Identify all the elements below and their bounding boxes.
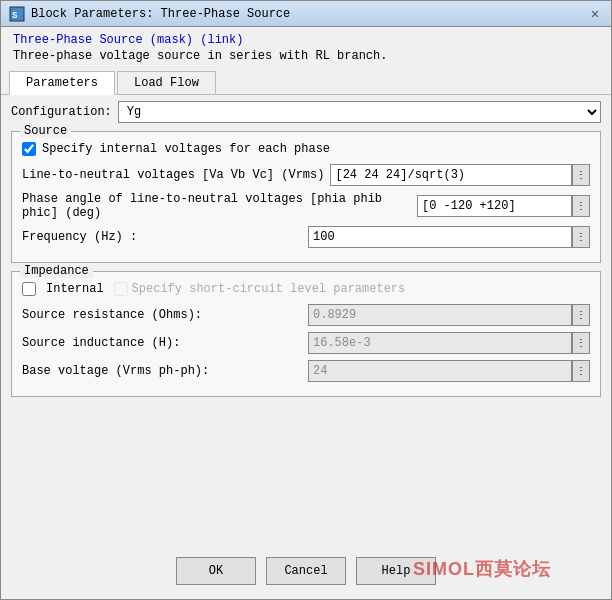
dots-btn-phase[interactable]: ⋮: [572, 195, 590, 217]
field-label-inductance: Source inductance (H):: [22, 336, 302, 350]
short-circuit-text: Specify short-circuit level parameters: [132, 282, 406, 296]
short-circuit-checkbox: [114, 282, 128, 296]
specify-voltages-row: Specify internal voltages for each phase: [22, 142, 590, 156]
field-input-wrap-voltages: [24 24 24]/sqrt(3) ⋮: [330, 164, 590, 186]
cancel-button[interactable]: Cancel: [266, 557, 346, 585]
dots-btn-frequency[interactable]: ⋮: [572, 226, 590, 248]
field-label-resistance: Source resistance (Ohms):: [22, 308, 302, 322]
field-input-frequency[interactable]: 100: [308, 226, 572, 248]
field-row-base-voltage: Base voltage (Vrms ph-ph): 24 ⋮: [22, 360, 590, 382]
internal-label: Internal: [46, 282, 104, 296]
field-input-wrap-resistance: 0.8929 ⋮: [308, 304, 590, 326]
window-title: Block Parameters: Three-Phase Source: [31, 7, 290, 21]
impedance-header-row: Internal Specify short-circuit level par…: [22, 282, 590, 296]
field-input-voltages[interactable]: [24 24 24]/sqrt(3): [330, 164, 572, 186]
source-link[interactable]: Three-Phase Source (mask) (link): [13, 33, 243, 47]
field-input-wrap-frequency: 100 ⋮: [308, 226, 590, 248]
main-window: S Block Parameters: Three-Phase Source ✕…: [0, 0, 612, 600]
dots-btn-voltages[interactable]: ⋮: [572, 164, 590, 186]
content-area: Configuration: Yg Y Delta Source Specify…: [1, 95, 611, 547]
header-section: Three-Phase Source (mask) (link) Three-p…: [1, 27, 611, 67]
block-icon: S: [9, 6, 25, 22]
tab-load-flow[interactable]: Load Flow: [117, 71, 216, 94]
field-row-frequency: Frequency (Hz) : 100 ⋮: [22, 226, 590, 248]
short-circuit-label-wrap: Specify short-circuit level parameters: [114, 282, 406, 296]
field-row-inductance: Source inductance (H): 16.58e-3 ⋮: [22, 332, 590, 354]
configuration-row: Configuration: Yg Y Delta: [11, 101, 601, 123]
source-group: Source Specify internal voltages for eac…: [11, 131, 601, 263]
help-button[interactable]: Help: [356, 557, 436, 585]
internal-checkbox[interactable]: [22, 282, 36, 296]
specify-voltages-checkbox[interactable]: [22, 142, 36, 156]
field-input-wrap-phase: [0 -120 +120] ⋮: [417, 195, 590, 217]
field-label-base-voltage: Base voltage (Vrms ph-ph):: [22, 364, 302, 378]
field-row-voltages: Line-to-neutral voltages [Va Vb Vc] (Vrm…: [22, 164, 590, 186]
ok-button[interactable]: OK: [176, 557, 256, 585]
field-input-resistance: 0.8929: [308, 304, 572, 326]
title-bar: S Block Parameters: Three-Phase Source ✕: [1, 1, 611, 27]
field-input-wrap-inductance: 16.58e-3 ⋮: [308, 332, 590, 354]
dots-btn-resistance[interactable]: ⋮: [572, 304, 590, 326]
field-label-voltages: Line-to-neutral voltages [Va Vb Vc] (Vrm…: [22, 168, 324, 182]
svg-text:S: S: [12, 11, 18, 21]
header-link[interactable]: Three-Phase Source (mask) (link): [13, 33, 599, 47]
window-body: Three-Phase Source (mask) (link) Three-p…: [1, 27, 611, 599]
footer: OK Cancel Help: [1, 547, 611, 599]
close-button[interactable]: ✕: [587, 6, 603, 22]
field-label-phase: Phase angle of line-to-neutral voltages …: [22, 192, 411, 220]
tab-parameters[interactable]: Parameters: [9, 71, 115, 95]
title-bar-left: S Block Parameters: Three-Phase Source: [9, 6, 290, 22]
configuration-select[interactable]: Yg Y Delta: [118, 101, 601, 123]
field-input-phase[interactable]: [0 -120 +120]: [417, 195, 572, 217]
configuration-label: Configuration:: [11, 105, 112, 119]
field-row-resistance: Source resistance (Ohms): 0.8929 ⋮: [22, 304, 590, 326]
field-label-frequency: Frequency (Hz) :: [22, 230, 302, 244]
dots-btn-base-voltage[interactable]: ⋮: [572, 360, 590, 382]
source-group-title: Source: [20, 124, 71, 138]
field-input-inductance: 16.58e-3: [308, 332, 572, 354]
specify-voltages-label: Specify internal voltages for each phase: [42, 142, 330, 156]
tabs-row: Parameters Load Flow: [1, 67, 611, 95]
header-description: Three-phase voltage source in series wit…: [13, 49, 599, 63]
dots-btn-inductance[interactable]: ⋮: [572, 332, 590, 354]
impedance-group-title: Impedance: [20, 264, 93, 278]
field-input-base-voltage: 24: [308, 360, 572, 382]
field-row-phase: Phase angle of line-to-neutral voltages …: [22, 192, 590, 220]
field-input-wrap-base-voltage: 24 ⋮: [308, 360, 590, 382]
configuration-select-wrap: Yg Y Delta: [118, 101, 601, 123]
impedance-group: Impedance Internal Specify short-circuit…: [11, 271, 601, 397]
